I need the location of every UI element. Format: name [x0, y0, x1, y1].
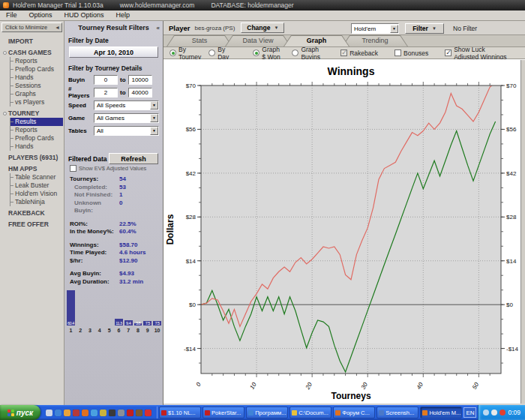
menu-item-file[interactable]: File — [0, 10, 23, 20]
taskbar-button--1-10-nl-[interactable]: $1.10 NL... — [159, 406, 201, 418]
start-button[interactable]: пуск — [0, 405, 40, 420]
radio-icon[interactable] — [253, 50, 260, 56]
radio-by-tourney[interactable]: By Tourney — [170, 46, 201, 61]
sidebar-item-leak-buster[interactable]: Leak Buster — [10, 182, 64, 190]
volume-icon[interactable] — [491, 410, 497, 416]
tree-dash — [10, 185, 14, 186]
sidebar-section-rakeback[interactable]: RAKEBACK — [3, 208, 64, 218]
dropdown-arrow-icon[interactable]: ▼ — [150, 101, 158, 110]
filter-1-to-input[interactable] — [128, 88, 152, 98]
checkbox-bonuses[interactable]: Bonuses — [394, 50, 428, 57]
sidebar-item-results[interactable]: Results — [10, 118, 63, 126]
taskbar-button-c-docum-[interactable]: C:\Docum... — [290, 406, 332, 418]
language-indicator[interactable]: EN — [464, 407, 476, 418]
distribution-category-label: 8 — [134, 328, 143, 333]
tab-trending[interactable]: Trending — [342, 35, 408, 46]
filter-1-from-input[interactable] — [94, 88, 118, 98]
taskbar-button-screensh-[interactable]: Screensh... — [376, 406, 418, 418]
dropdown-arrow-icon[interactable]: ▼ — [150, 114, 158, 122]
filter-0-to-input[interactable] — [128, 75, 152, 85]
sidebar-section-free-offer[interactable]: FREE OFFER — [3, 220, 64, 229]
tree-dash — [10, 122, 14, 122]
sidebar-section-players-6931-[interactable]: PLAYERS (6931) — [3, 153, 64, 162]
stat-label: ROI%: — [70, 220, 119, 229]
sidebar-section-cash-games[interactable]: CASH GAMES — [3, 48, 64, 57]
radio-icon[interactable] — [170, 50, 176, 56]
distribution-bar-slot — [104, 288, 114, 326]
taskbar-button-pokerstar-[interactable]: PokerStar... — [202, 406, 244, 418]
winamp-icon[interactable] — [100, 410, 106, 416]
filter-tables-select[interactable]: All▼ — [94, 126, 159, 136]
network-icon[interactable] — [483, 410, 489, 416]
radio-by-day[interactable]: By Day — [208, 46, 229, 61]
y-axis-label: $0 — [189, 302, 196, 308]
music-icon[interactable] — [109, 410, 116, 416]
pokerstars-icon[interactable] — [127, 410, 134, 416]
tab-data-view[interactable]: Data View — [225, 35, 291, 46]
distribution-bar-slot: 60.4 — [66, 288, 76, 326]
sidebar-item-sessions[interactable]: Sessions — [10, 82, 64, 90]
menu-item-hud-options[interactable]: HUD Options — [58, 10, 110, 20]
tab-graph[interactable]: Graph — [284, 35, 350, 46]
checkbox-icon[interactable] — [394, 50, 401, 56]
sidebar-item-hands[interactable]: Hands — [10, 142, 64, 151]
y-axis-label-right: $14 — [506, 258, 517, 265]
taskbar-button--[interactable]: Форум С... — [333, 406, 375, 418]
tab-stats[interactable]: Stats — [166, 35, 232, 46]
sidebar-item-table-scanner[interactable]: Table Scanner — [10, 173, 64, 182]
radio-graph-buyins[interactable]: Graph Buyins — [292, 46, 324, 61]
office-icon[interactable] — [118, 410, 124, 416]
change-player-button[interactable]: Change ▼ — [241, 22, 284, 33]
sidebar-item-tableninja[interactable]: TableNinja — [10, 198, 64, 206]
sidebar-item-reports[interactable]: Reports — [10, 57, 64, 65]
date-range-button[interactable]: Apr 10, 2010 — [69, 46, 158, 58]
panel-collapse-icon[interactable]: « — [157, 25, 160, 32]
sidebar-item-hold-em-vision[interactable]: Hold'em Vision — [10, 190, 64, 198]
sidebar-item-vs-players[interactable]: vs Players — [10, 98, 64, 106]
sidebar-section-hm-apps[interactable]: HM APPS — [3, 164, 64, 173]
filter-0-from-input[interactable] — [94, 75, 118, 85]
checkbox-rakeback[interactable]: Rakeback — [340, 50, 378, 57]
dropdown-arrow-icon[interactable]: ▼ — [390, 25, 398, 33]
browser-icon[interactable] — [55, 410, 62, 416]
briefcase-icon[interactable] — [136, 410, 142, 416]
radio-icon[interactable] — [208, 50, 215, 56]
stat-gap — [64, 236, 163, 242]
firefox-icon[interactable] — [82, 410, 88, 416]
radio-graph-won[interactable]: Graph $ Won — [253, 46, 284, 61]
filter-game-select[interactable]: All Games▼ — [94, 113, 159, 123]
game-type-select[interactable]: Hold'em ▼ — [351, 23, 399, 34]
checkbox-icon[interactable] — [445, 50, 452, 56]
main-scrollbar[interactable] — [520, 60, 525, 404]
menu-item-help[interactable]: Help — [110, 10, 136, 20]
show-desktop-icon[interactable] — [46, 410, 52, 416]
ev-adjusted-checkbox[interactable] — [70, 165, 76, 172]
messenger-icon[interactable] — [73, 410, 80, 416]
star-icon[interactable] — [145, 410, 152, 416]
taskbar-button--[interactable]: Программ... — [246, 406, 288, 418]
sidebar-item-preflop-cards[interactable]: Preflop Cards — [10, 134, 64, 142]
tab-label: Trending — [342, 35, 408, 46]
expand-bullet-icon — [3, 112, 7, 116]
sidebar-item-preflop-cards[interactable]: Preflop Cards — [10, 65, 64, 74]
sidebar-item-graphs[interactable]: Graphs — [10, 90, 64, 98]
title-bar[interactable]: Hold'em Manager Trial 1.10.03a www.holde… — [0, 0, 525, 10]
update-icon[interactable] — [500, 410, 506, 416]
refresh-button[interactable]: Refresh — [109, 153, 158, 164]
sidebar-minimize-button[interactable]: Click to Minimize ◄ — [2, 22, 62, 32]
taskbar-button-hold-em-m-[interactable]: Hold'em M... — [420, 406, 462, 418]
media-player-icon[interactable] — [64, 410, 70, 416]
filter-button[interactable]: Filter ▼ — [405, 23, 444, 34]
sidebar-section-import[interactable]: IMPORT — [3, 37, 64, 46]
sidebar-item-reports[interactable]: Reports — [10, 126, 64, 134]
filter-speed-select[interactable]: All Speeds▼ — [94, 100, 159, 110]
radio-icon[interactable] — [292, 50, 298, 56]
checkbox-show-luck-adjusted-winnings[interactable]: Show Luck Adjusted Winnings — [445, 46, 508, 61]
explorer-icon[interactable] — [91, 410, 98, 416]
dropdown-arrow-icon[interactable]: ▼ — [150, 127, 158, 135]
sidebar-section-tourney[interactable]: TOURNEY — [3, 109, 64, 118]
menu-item-options[interactable]: Options — [23, 10, 58, 20]
tree-dash — [10, 146, 14, 147]
checkbox-icon[interactable] — [340, 50, 347, 56]
sidebar-item-hands[interactable]: Hands — [10, 74, 64, 82]
